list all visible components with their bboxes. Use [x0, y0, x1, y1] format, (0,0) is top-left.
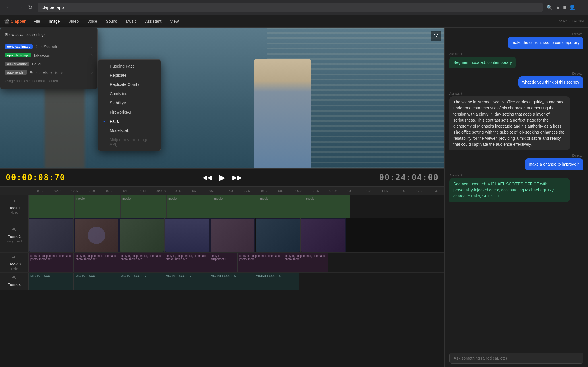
skip-back-button[interactable]: ◀◀	[201, 173, 213, 182]
track-1-content: movie movie movie movie movie movie	[29, 195, 444, 218]
track-3-type: style	[11, 267, 18, 270]
track-2-seg-1[interactable]	[74, 218, 119, 252]
track-4-eye[interactable]: 👁	[12, 276, 17, 281]
submenu-replicate-comfy[interactable]: Replicate Comfy	[98, 80, 161, 89]
menu-image[interactable]: Image	[45, 18, 63, 25]
track-3-seg-2[interactable]: dimly lit, suspenseful, cinematic photo,…	[119, 253, 164, 272]
video-controls: 00:00:08:70 ◀◀ ▶ ▶▶ 00:24:04:00	[0, 168, 444, 186]
track-2-seg-5[interactable]	[256, 218, 301, 252]
track-1-seg-4[interactable]: movie	[212, 195, 258, 218]
track-2-seg-2[interactable]	[119, 218, 165, 252]
ruler-mark-16: 09.0	[295, 189, 301, 193]
refresh-button[interactable]: ↻	[26, 3, 34, 12]
script-text-4: MICHAEL SCOTTS	[211, 274, 236, 278]
track-2-type: storyboard	[7, 239, 22, 243]
submenu-falai[interactable]: ✓ Fal.ai	[98, 117, 161, 126]
ruler-mark-9: 05.5	[175, 189, 181, 193]
ruler-mark-20: 11.0	[364, 189, 370, 193]
submenu-comfy-icu[interactable]: Comfy.icu	[98, 89, 161, 98]
menu-music[interactable]: Music	[123, 18, 140, 25]
track-3-seg-6[interactable]: dimly lit, suspenseful, cinematic photo,…	[283, 253, 328, 272]
search-icon[interactable]: 🔍	[546, 4, 553, 11]
vendor-submenu: Hugging Face Replicate Replicate Comfy C…	[98, 59, 161, 151]
track-4-seg-2[interactable]: MICHAEL SCOTTS	[119, 273, 164, 290]
app-menubar: 🎬 Clapper File Image Video Voice Sound M…	[0, 15, 588, 28]
track-2-content	[29, 218, 444, 252]
settings-row-cloud[interactable]: cloud vendor Fal.ai › Hugging Face Repli…	[0, 59, 97, 68]
submenu-hugging-face[interactable]: Hugging Face	[98, 62, 161, 71]
script-text-5: MICHAEL SCOTTS	[256, 274, 281, 278]
menu-voice[interactable]: Voice	[84, 18, 100, 25]
submenu-replicate[interactable]: Replicate	[98, 71, 161, 80]
style-text-0: dimly lit, suspenseful, cinematic photo,…	[30, 254, 72, 261]
settings-row-generate[interactable]: generate image fal-ai/fast-sdxl ›	[0, 42, 97, 51]
url-bar[interactable]	[38, 3, 543, 12]
track-3-seg-1[interactable]: dimly lit, suspenseful, cinematic photo,…	[74, 253, 119, 272]
track-2-seg-3[interactable]	[165, 218, 210, 252]
left-panel: Show advanced settings generate image fa…	[0, 28, 444, 367]
seg-label: movie	[122, 197, 131, 200]
track-3-seg-3[interactable]: dimly lit, suspenseful, cinematic photo,…	[164, 253, 209, 272]
track-2-seg-6[interactable]	[301, 218, 346, 252]
menu-view[interactable]: View	[167, 18, 182, 25]
menu-icon[interactable]: ⋮	[578, 4, 583, 11]
chat-role-5: Director	[449, 154, 583, 157]
bookmark-icon[interactable]: ★	[556, 4, 560, 11]
settings-row-autorender[interactable]: auto render Render visible items ›	[0, 68, 97, 77]
track-3-eye[interactable]: 👁	[12, 255, 17, 260]
track-3-header: 👁 Track 3 style	[0, 253, 29, 272]
track-1-seg-5[interactable]: movie	[258, 195, 304, 218]
track-1-seg-3[interactable]: movie	[167, 195, 212, 218]
style-text-1: dimly lit, suspenseful, cinematic photo,…	[76, 254, 117, 261]
settings-row-upscale[interactable]: upscale image fal-ai/ccsr ›	[0, 51, 97, 59]
ruler-mark-13: 07.5	[244, 189, 250, 193]
skip-forward-button[interactable]: ▶▶	[231, 173, 243, 182]
play-button[interactable]: ▶	[218, 172, 227, 183]
style-text-3: dimly lit, suspenseful, cinematic photo,…	[166, 254, 207, 261]
track-2-seg-4[interactable]	[210, 218, 255, 252]
submenu-label-comfy-icu: Comfy.icu	[110, 91, 127, 96]
chat-role-2: Assistant	[449, 52, 583, 55]
submenu-label-modelslab: ModelsLab	[110, 128, 129, 133]
track-1-seg-2[interactable]: movie	[121, 195, 167, 218]
track-3-name: Track 3	[8, 262, 21, 266]
track-3-seg-4[interactable]: dimly lit, suspenseful...	[209, 253, 238, 272]
track-4-seg-4[interactable]: MICHAEL SCOTTS	[209, 273, 254, 290]
back-button[interactable]: ←	[5, 3, 13, 11]
fullscreen-button[interactable]	[431, 31, 441, 41]
chat-msg-4: Assistant The scene in Michael Scott's o…	[449, 92, 583, 150]
track-4-seg-5[interactable]: MICHAEL SCOTTS	[254, 273, 299, 290]
generate-image-badge: generate image	[5, 44, 33, 49]
generate-image-value: fal-ai/fast-sdxl	[36, 45, 88, 49]
script-text-2: MICHAEL SCOTTS	[121, 274, 146, 278]
track-1-seg-1[interactable]: movie	[75, 195, 121, 218]
submenu-label-hugging-face: Hugging Face	[110, 64, 135, 68]
track-4-seg-0[interactable]: MICHAEL SCOTTS	[29, 273, 74, 290]
forward-button[interactable]: →	[16, 3, 24, 11]
submenu-modelslab[interactable]: ModelsLab	[98, 126, 161, 135]
check-falai: ✓	[103, 119, 107, 124]
track-4-seg-1[interactable]: MICHAEL SCOTTS	[74, 273, 119, 290]
menu-sound[interactable]: Sound	[102, 18, 121, 25]
ruler-mark-6: 04.0	[123, 189, 129, 193]
track-2-seg-0[interactable]	[29, 218, 74, 252]
chat-input[interactable]	[449, 353, 583, 364]
track-1-eye[interactable]: 👁	[12, 199, 17, 204]
extensions-icon[interactable]: ■	[563, 4, 566, 10]
style-text-4: dimly lit, suspenseful...	[211, 254, 236, 261]
timecode-current: 00:00:08:70	[6, 173, 65, 182]
track-2-eye[interactable]: 👁	[12, 228, 17, 233]
menu-file[interactable]: File	[30, 18, 44, 25]
track-1-seg-6[interactable]: movie	[304, 195, 350, 218]
chat-bubble-1: make the current scene contemporary	[508, 37, 583, 49]
track-4-seg-3[interactable]: MICHAEL SCOTTS	[164, 273, 209, 290]
profile-icon[interactable]: 👤	[569, 4, 575, 11]
submenu-fireworksai[interactable]: FireworksAI	[98, 107, 161, 117]
menu-video[interactable]: Video	[65, 18, 82, 25]
submenu-stabilityai[interactable]: StabilityAI	[98, 98, 161, 107]
menu-assistant[interactable]: Assistant	[142, 18, 165, 25]
track-1-seg-0[interactable]	[29, 195, 75, 218]
track-3-seg-5[interactable]: dimly lit, suspenseful, cinematic photo,…	[238, 253, 283, 272]
ruler-mark-12: 07.0	[227, 189, 233, 193]
track-3-seg-0[interactable]: dimly lit, suspenseful, cinematic photo,…	[29, 253, 74, 272]
